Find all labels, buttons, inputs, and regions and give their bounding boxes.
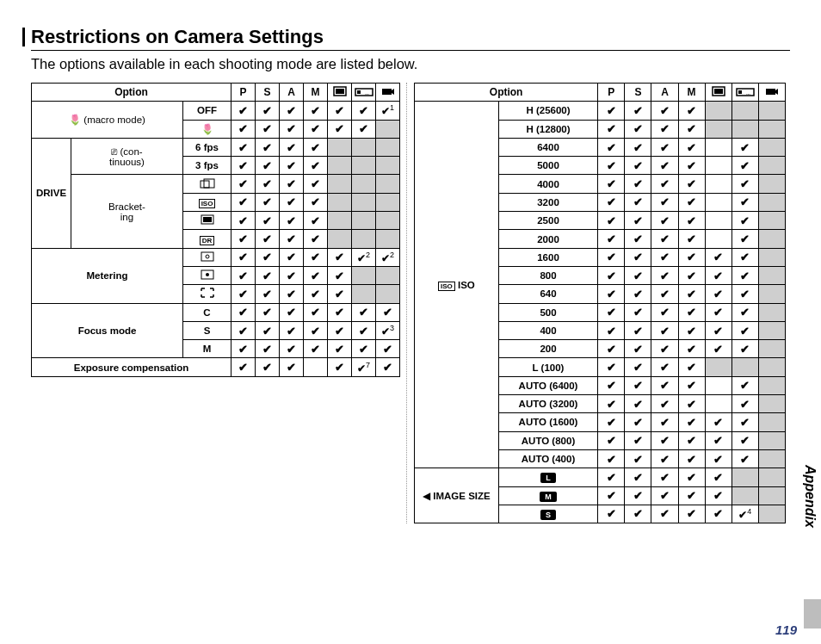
row-label: 400 [498,321,598,339]
group-macro: 🌷 (macro mode) [32,102,183,139]
cell-na [758,431,785,449]
cell-check [705,413,731,431]
cell-check [280,212,304,230]
cell-check: ✔3 [376,321,400,339]
cell-check [651,413,678,431]
burst-icon: ⎚ [111,146,117,157]
cell-check [625,120,651,138]
cell-check [280,248,304,266]
cell-check [678,376,705,394]
heading: Restrictions on Camera Settings [31,26,790,51]
cell-check [280,193,304,211]
cell-check [598,285,625,303]
cell-check [328,285,352,303]
cell-check [598,266,625,284]
cell-na [758,157,785,175]
cell-na [758,102,785,120]
cell-na [758,175,785,193]
cell-check [651,193,678,211]
cell-check [231,266,256,284]
cell-na [376,157,400,175]
cell-check [304,266,328,284]
cell-check [625,413,651,431]
cell-na [328,212,352,230]
cell-na [758,395,785,413]
cell-check [304,248,328,266]
page-number: 119 [775,622,797,637]
cell-check [625,321,651,339]
row-label: 640 [498,285,598,303]
cell-na [328,175,352,193]
cell-check [304,285,328,303]
cell-check [625,468,651,486]
cell-check [376,303,400,321]
cell-check [625,102,651,120]
row-label [183,248,231,266]
cell-na [376,138,400,156]
row-label: C [183,303,231,321]
cell-check [280,157,304,175]
cell-check [625,285,651,303]
cell-check [625,193,651,211]
cell-check [705,340,731,358]
cell-check: ✔4 [731,505,758,523]
cell-check [731,413,758,431]
cell-check [625,449,651,468]
cell-check [651,138,678,156]
row-label: 🌷 [183,120,231,138]
svg-rect-9 [203,217,212,222]
cell-na [352,212,376,230]
svg-point-13 [206,273,209,276]
row-label: ISO [183,193,231,211]
cell-check [280,285,304,303]
cell-check [231,193,256,211]
svg-rect-7 [201,181,209,188]
cell-check [280,102,304,120]
cell-na [758,486,785,505]
cell-check [651,230,678,248]
cell-check [678,193,705,211]
cell-check [625,248,651,266]
cell-check [231,212,256,230]
cell-check [651,486,678,505]
mode-col-icon [705,84,731,102]
cell-check [352,321,376,339]
mode-col-icon [328,84,352,102]
group-ISO: ISO ISO [415,102,499,468]
cell-check [598,358,625,376]
cell-check [328,340,352,358]
cell-check [352,102,376,120]
option-header: Option [415,84,598,102]
cell-check [598,486,625,505]
cell-check [705,449,731,468]
row-label: L [498,468,598,486]
cell-check [231,230,256,248]
cell-na [758,340,785,358]
cell-check [304,138,328,156]
cell-check [731,449,758,468]
cell-na [352,285,376,303]
row-label: 200 [498,340,598,358]
cell-check [678,120,705,138]
group-drive: DRIVE [32,138,71,248]
cell-check [280,303,304,321]
cell-check [705,248,731,266]
cell-check [231,120,256,138]
cell-check [598,505,625,523]
cell-check [625,395,651,413]
cell-check [651,266,678,284]
cell-check [328,303,352,321]
cell-check [678,395,705,413]
cell-check [731,303,758,321]
cell-check [731,395,758,413]
row-label: S [183,321,231,339]
svg-text:…: … [746,90,750,96]
cell-na [376,266,400,284]
row-label: DR [183,230,231,248]
cell-check: ✔2 [352,248,376,266]
cell-check [705,431,731,449]
cell-check [678,285,705,303]
cell-na [352,175,376,193]
cell-na [758,449,785,468]
cell-check [328,266,352,284]
